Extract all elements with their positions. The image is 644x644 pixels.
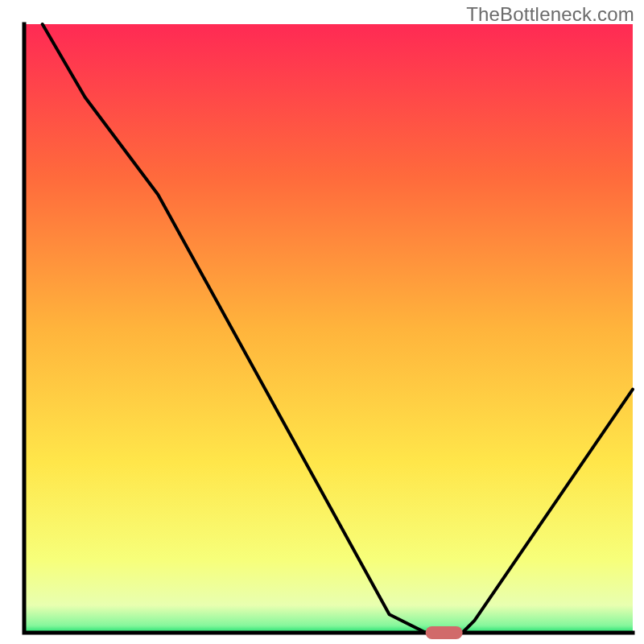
optimal-marker	[426, 626, 463, 639]
plot-background	[24, 24, 633, 633]
svg-rect-1	[426, 626, 463, 639]
watermark-label: TheBottleneck.com	[466, 3, 634, 26]
svg-rect-0	[24, 24, 633, 633]
bottleneck-chart	[0, 0, 644, 644]
chart-container: TheBottleneck.com	[0, 0, 644, 644]
